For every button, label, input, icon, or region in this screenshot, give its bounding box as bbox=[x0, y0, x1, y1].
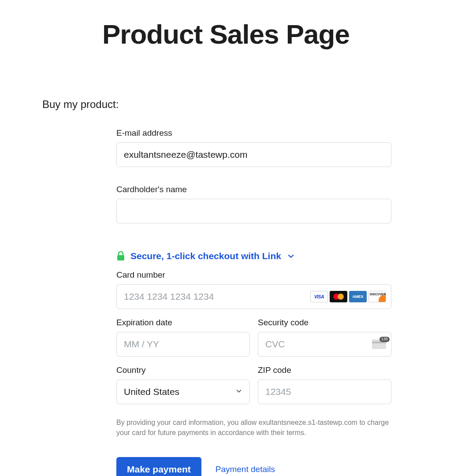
country-group: Country United States bbox=[116, 357, 250, 404]
zip-group: ZIP code bbox=[258, 357, 391, 404]
lock-icon bbox=[116, 251, 125, 261]
actions-row: Make payment Payment details bbox=[116, 457, 391, 476]
country-label: Country bbox=[116, 365, 250, 375]
chevron-down-icon bbox=[286, 252, 295, 260]
make-payment-button[interactable]: Make payment bbox=[116, 457, 201, 476]
payment-details-link[interactable]: Payment details bbox=[216, 465, 275, 474]
chevron-down-icon bbox=[235, 387, 243, 397]
cardholder-label: Cardholder's name bbox=[116, 185, 391, 194]
cardholder-input[interactable] bbox=[116, 199, 391, 223]
cardholder-field-group: Cardholder's name bbox=[116, 185, 391, 223]
country-select[interactable]: United States bbox=[116, 379, 250, 404]
email-label: E-mail address bbox=[116, 128, 391, 138]
card-brand-icons: VISA AMEX DISCOVER bbox=[310, 291, 386, 302]
intro-text: Buy my product: bbox=[42, 98, 476, 111]
expiration-input[interactable] bbox=[116, 332, 250, 357]
expiration-group: Expiration date bbox=[116, 309, 250, 357]
cvc-badge: 135 bbox=[379, 337, 390, 342]
discover-icon: DISCOVER bbox=[368, 291, 386, 302]
cvc-input[interactable] bbox=[258, 332, 391, 357]
zip-label: ZIP code bbox=[258, 365, 391, 375]
secure-link-row[interactable]: Secure, 1-click checkout with Link bbox=[116, 251, 391, 261]
email-field-group: E-mail address bbox=[116, 128, 391, 167]
expiration-label: Expiration date bbox=[116, 318, 250, 327]
svg-rect-0 bbox=[117, 255, 124, 260]
amex-icon: AMEX bbox=[349, 291, 367, 302]
card-number-label: Card number bbox=[116, 270, 391, 280]
cvc-card-icon: 135 bbox=[372, 339, 386, 349]
card-number-group: Card number VISA AMEX DISCOVER bbox=[116, 270, 391, 309]
cvc-label: Security code bbox=[258, 318, 391, 327]
zip-input[interactable] bbox=[258, 379, 391, 404]
email-input[interactable] bbox=[116, 142, 391, 167]
secure-link-text: Secure, 1-click checkout with Link bbox=[130, 251, 281, 261]
cvc-group: Security code 135 bbox=[258, 309, 391, 357]
mastercard-icon bbox=[330, 291, 347, 302]
payment-form: E-mail address Cardholder's name Secure,… bbox=[116, 128, 391, 476]
visa-icon: VISA bbox=[310, 291, 328, 302]
disclaimer-text: By providing your card information, you … bbox=[116, 417, 391, 438]
page-title: Product Sales Page bbox=[0, 0, 476, 50]
